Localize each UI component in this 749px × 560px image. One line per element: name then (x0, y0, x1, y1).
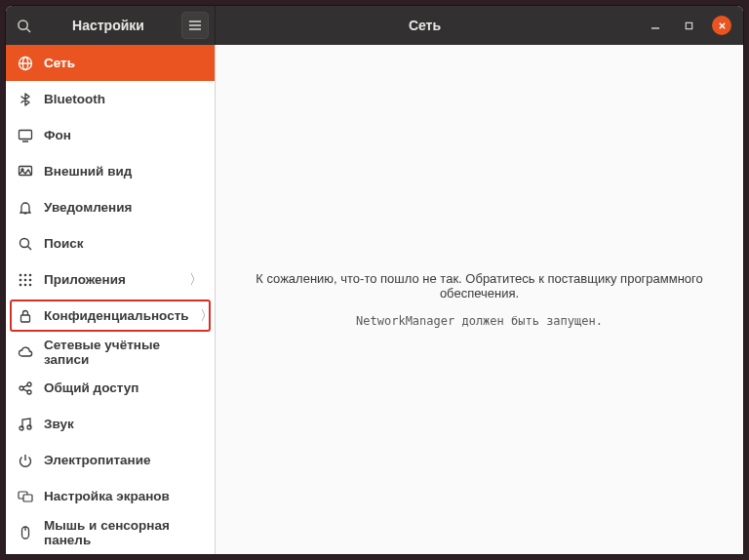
sidebar-item-label: Общий доступ (44, 380, 203, 395)
titlebar-left: Настройки (6, 6, 216, 45)
display-icon (18, 128, 33, 143)
sidebar-item-label: Звук (44, 417, 203, 431)
settings-window: Настройки Сеть СетьBluetoothФонВнешний в… (6, 6, 743, 554)
appearance-icon (18, 164, 33, 180)
sidebar-item-lock[interactable]: Конфиденциальность〉 (6, 298, 215, 334)
sidebar-item-label: Приложения (44, 272, 178, 287)
svg-point-18 (20, 273, 22, 276)
search-icon (17, 19, 31, 33)
svg-point-21 (20, 278, 22, 281)
sidebar-item-label: Фон (44, 128, 203, 142)
sidebar-item-label: Сетевые учётные записи (44, 338, 203, 367)
sidebar-item-bluetooth[interactable]: Bluetooth (6, 81, 215, 117)
sidebar-item-display[interactable]: Фон (6, 117, 215, 153)
error-detail: NetworkManager должен быть запущен. (356, 314, 603, 328)
sidebar-item-label: Внешний вид (44, 164, 203, 179)
window-controls (634, 16, 743, 35)
body: СетьBluetoothФонВнешний видУведомленияПо… (6, 45, 743, 554)
svg-rect-36 (23, 495, 32, 501)
content-pane: К сожалению, что-то пошло не так. Обрати… (216, 45, 743, 554)
svg-line-31 (23, 384, 28, 386)
svg-point-19 (24, 273, 27, 276)
sidebar-item-label: Поиск (44, 236, 203, 251)
sidebar-item-power[interactable]: Электропитание (6, 442, 215, 478)
sidebar-item-cloud[interactable]: Сетевые учётные записи (6, 334, 215, 370)
minimize-icon (650, 20, 660, 30)
svg-point-28 (20, 386, 23, 390)
svg-point-29 (27, 382, 31, 386)
sidebar-item-mouse[interactable]: Мышь и сенсорная панель (6, 514, 215, 550)
monitors-icon (18, 489, 33, 504)
lock-icon (18, 308, 33, 324)
svg-point-34 (27, 425, 31, 429)
minimize-button[interactable] (646, 16, 665, 35)
maximize-button[interactable] (679, 16, 698, 35)
svg-point-24 (20, 283, 22, 286)
sidebar-item-share[interactable]: Общий доступ (6, 370, 215, 406)
sidebar-item-monitors[interactable]: Настройка экранов (6, 478, 215, 514)
hamburger-menu-button[interactable] (181, 12, 209, 39)
sidebar-item-appearance[interactable]: Внешний вид (6, 153, 215, 189)
sidebar-title: Настройки (41, 18, 181, 33)
titlebar: Настройки Сеть (6, 6, 743, 45)
titlebar-right: Сеть (216, 6, 743, 45)
grid-icon (18, 272, 33, 288)
svg-point-33 (20, 426, 23, 430)
globe-icon (18, 56, 33, 71)
sidebar-item-label: Настройка экранов (44, 489, 203, 503)
sidebar-item-label: Конфиденциальность (44, 308, 189, 323)
sidebar-item-label: Электропитание (44, 453, 203, 467)
maximize-icon (685, 21, 693, 30)
power-icon (18, 453, 33, 468)
svg-point-0 (18, 20, 26, 28)
svg-rect-27 (21, 315, 30, 322)
bell-icon (18, 200, 33, 216)
music-icon (18, 417, 33, 432)
close-button[interactable] (712, 16, 731, 35)
sidebar-item-search[interactable]: Поиск (6, 225, 215, 261)
sidebar-item-bell[interactable]: Уведомления (6, 189, 215, 225)
svg-point-16 (20, 238, 29, 247)
svg-point-22 (24, 278, 27, 281)
hamburger-icon (188, 20, 202, 31)
svg-rect-12 (20, 130, 32, 139)
mouse-icon (18, 525, 33, 540)
sidebar-item-globe[interactable]: Сеть (6, 45, 215, 81)
svg-point-20 (29, 273, 32, 276)
svg-point-30 (27, 390, 31, 394)
close-icon (718, 21, 727, 30)
svg-line-17 (28, 246, 32, 250)
sidebar: СетьBluetoothФонВнешний видУведомленияПо… (6, 45, 216, 554)
sidebar-item-label: Bluetooth (44, 92, 203, 106)
chevron-right-icon: 〉 (189, 271, 203, 289)
svg-point-25 (24, 283, 27, 286)
sidebar-item-music[interactable]: Звук (6, 406, 215, 442)
share-icon (18, 380, 33, 396)
cloud-icon (18, 344, 33, 360)
svg-line-1 (26, 28, 30, 32)
search-button[interactable] (6, 6, 41, 45)
chevron-right-icon: 〉 (200, 307, 214, 325)
sidebar-item-grid[interactable]: Приложения〉 (6, 261, 215, 298)
sidebar-item-label: Уведомления (44, 200, 203, 215)
sidebar-item-label: Мышь и сенсорная панель (44, 518, 203, 547)
svg-point-23 (29, 278, 32, 281)
search-icon (18, 236, 33, 252)
svg-point-26 (29, 283, 32, 286)
svg-rect-6 (686, 22, 691, 28)
svg-line-32 (23, 388, 28, 390)
page-title: Сеть (216, 18, 634, 33)
error-message: К сожалению, что-то пошло не так. Обрати… (235, 271, 724, 300)
bluetooth-icon (18, 92, 33, 107)
sidebar-item-label: Сеть (44, 56, 203, 70)
